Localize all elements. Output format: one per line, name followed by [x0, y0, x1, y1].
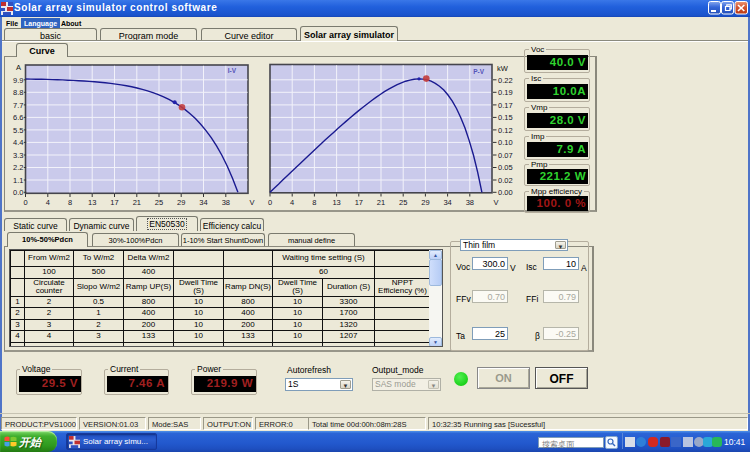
svg-text:29: 29: [421, 198, 429, 207]
svg-text:0.12: 0.12: [498, 126, 513, 135]
svg-text:34: 34: [443, 198, 451, 207]
svg-text:3.3: 3.3: [13, 151, 23, 160]
svg-text:0.07: 0.07: [498, 151, 513, 160]
svg-text:25: 25: [155, 198, 163, 207]
svg-text:38: 38: [466, 198, 474, 207]
svg-text:17: 17: [355, 198, 363, 207]
svg-text:0: 0: [23, 198, 27, 207]
svg-text:38: 38: [222, 198, 230, 207]
svg-text:1.1: 1.1: [13, 176, 23, 185]
svg-text:21: 21: [377, 198, 385, 207]
svg-text:0.05: 0.05: [498, 163, 513, 172]
svg-text:34: 34: [199, 198, 207, 207]
svg-text:0.00: 0.00: [498, 188, 513, 197]
svg-text:5.5: 5.5: [13, 126, 23, 135]
svg-text:8: 8: [68, 198, 72, 207]
svg-text:0.19: 0.19: [498, 88, 513, 97]
svg-text:21: 21: [133, 198, 141, 207]
svg-text:29: 29: [177, 198, 185, 207]
svg-text:kW: kW: [497, 64, 509, 73]
svg-text:0.17: 0.17: [498, 101, 513, 110]
svg-text:4.4: 4.4: [13, 138, 23, 147]
svg-text:V: V: [249, 198, 254, 207]
svg-text:25: 25: [399, 198, 407, 207]
svg-text:8: 8: [312, 198, 316, 207]
svg-text:0.15: 0.15: [498, 113, 513, 122]
svg-text:0.10: 0.10: [498, 138, 513, 147]
svg-text:0.02: 0.02: [498, 176, 513, 185]
svg-text:6.6: 6.6: [13, 113, 23, 122]
svg-text:A: A: [16, 63, 21, 72]
svg-text:13: 13: [88, 198, 96, 207]
svg-text:2.2: 2.2: [13, 163, 23, 172]
svg-text:7.7: 7.7: [13, 101, 23, 110]
svg-text:4: 4: [290, 198, 294, 207]
svg-text:4: 4: [46, 198, 50, 207]
svg-text:0.0: 0.0: [13, 188, 23, 197]
svg-text:0.22: 0.22: [498, 76, 513, 85]
svg-text:I-V: I-V: [228, 67, 237, 74]
svg-text:0: 0: [268, 198, 272, 207]
svg-text:13: 13: [332, 198, 340, 207]
svg-text:9.9: 9.9: [13, 76, 23, 85]
svg-text:P-V: P-V: [473, 68, 485, 75]
svg-text:8.8: 8.8: [13, 88, 23, 97]
svg-text:17: 17: [110, 198, 118, 207]
svg-text:V: V: [493, 198, 498, 207]
